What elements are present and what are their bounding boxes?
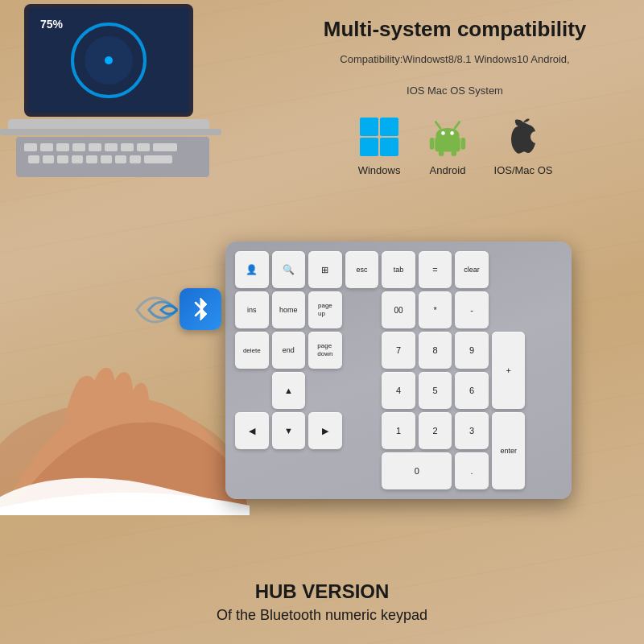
numeric-keypad: 👤 🔍 ⊞ esc tab = clear ins home pageup 00… [225,242,572,499]
svg-rect-16 [137,143,150,151]
key-00[interactable]: 00 [382,291,415,328]
key-esc[interactable]: esc [345,251,379,288]
key-multiply[interactable]: * [419,291,452,328]
key-9[interactable]: 9 [455,332,489,369]
content-area: Multi-system compatibility Compatibility… [282,16,628,196]
svg-rect-38 [461,138,466,150]
svg-rect-39 [439,151,444,156]
key-5[interactable]: 5 [419,372,452,409]
svg-rect-15 [121,143,134,151]
svg-line-33 [455,122,460,128]
key-grid[interactable]: ⊞ [308,251,342,288]
key-pageup[interactable]: pageup [308,291,342,328]
keypad-empty-7 [308,372,342,409]
android-icon [426,115,470,159]
keypad-empty-8 [345,372,379,409]
key-8[interactable]: 8 [419,332,452,369]
svg-rect-10 [40,143,53,151]
svg-rect-26 [144,155,172,163]
os-item-android: Android [426,115,470,176]
key-search[interactable]: 🔍 [272,251,306,288]
key-tab[interactable]: tab [382,251,415,288]
key-minus[interactable]: - [455,291,489,328]
keypad-empty-1 [492,251,562,288]
svg-rect-25 [130,155,141,163]
key-left[interactable]: ◀ [235,412,269,449]
svg-rect-37 [430,138,435,150]
keypad-empty-12 [235,452,269,489]
hub-version-subtitle: Of the Bluetooth numeric keypad [0,607,644,624]
keypad-empty-13 [272,452,306,489]
key-plus[interactable]: + [492,332,526,409]
key-ins[interactable]: ins [235,291,269,328]
svg-rect-17 [153,143,177,151]
svg-rect-9 [24,143,37,151]
key-6[interactable]: 6 [455,372,489,409]
windows-label: Windows [358,164,401,176]
svg-rect-28 [360,118,378,136]
svg-rect-18 [28,155,39,163]
key-home[interactable]: home [272,291,306,328]
svg-rect-14 [105,143,118,151]
key-end[interactable]: end [272,332,306,369]
key-0[interactable]: 0 [382,452,452,489]
key-person[interactable]: 👤 [235,251,269,288]
svg-rect-19 [43,155,54,163]
svg-rect-21 [72,155,83,163]
keypad-empty-2 [345,291,379,328]
os-item-windows: Windows [357,115,402,176]
keypad-empty-10 [345,412,379,449]
bluetooth-symbol-icon [189,296,212,322]
keypad-empty-15 [345,452,379,489]
key-delete[interactable]: delete [235,332,269,369]
key-down[interactable]: ▼ [272,412,306,449]
key-3[interactable]: 3 [455,412,489,449]
key-up[interactable]: ▲ [272,372,306,409]
compatibility-line2: IOS Mac OS System [282,83,628,99]
keypad-empty-3 [492,291,562,328]
svg-rect-23 [101,155,112,163]
key-4[interactable]: 4 [382,372,415,409]
windows-icon [357,115,402,159]
svg-rect-12 [72,143,85,151]
hub-version-title: HUB VERSION [0,580,644,603]
key-dot[interactable]: . [455,452,489,489]
svg-text:75%: 75% [40,18,64,31]
bottom-text: HUB VERSION Of the Bluetooth numeric key… [0,580,644,624]
svg-rect-7 [0,129,221,135]
bluetooth-button[interactable] [180,288,221,330]
key-enter[interactable]: enter [492,412,526,489]
keypad-empty-14 [308,452,342,489]
svg-rect-40 [452,151,456,156]
keypad-empty-6 [235,372,269,409]
bluetooth-area [125,258,229,362]
keypad-empty-11 [528,412,562,449]
svg-point-5 [105,56,113,64]
key-clear[interactable]: clear [455,251,489,288]
key-right[interactable]: ▶ [308,412,342,449]
laptop-image: 75% [0,0,242,177]
svg-rect-13 [89,143,101,151]
keypad-empty-9 [528,372,562,409]
svg-rect-31 [380,138,398,156]
svg-rect-30 [360,138,378,156]
svg-rect-34 [435,137,460,151]
svg-point-36 [450,131,454,135]
key-equals[interactable]: = [419,251,452,288]
key-1[interactable]: 1 [382,412,415,449]
svg-point-35 [441,131,445,135]
svg-rect-24 [115,155,126,163]
os-icons-row: Windows [282,115,628,176]
svg-rect-29 [380,118,398,136]
key-pagedown[interactable]: pagedown [308,332,342,369]
svg-rect-20 [57,155,68,163]
key-2[interactable]: 2 [419,412,452,449]
compatibility-line1: Compatibility:Windowst8/8.1 Windows10 An… [282,52,628,68]
keypad-empty-4 [345,332,379,369]
key-7[interactable]: 7 [382,332,415,369]
svg-rect-22 [86,155,97,163]
os-item-apple: IOS/Mac OS [494,115,553,176]
android-label: Android [430,164,466,176]
svg-line-32 [436,122,440,128]
apple-label: IOS/Mac OS [494,164,553,176]
